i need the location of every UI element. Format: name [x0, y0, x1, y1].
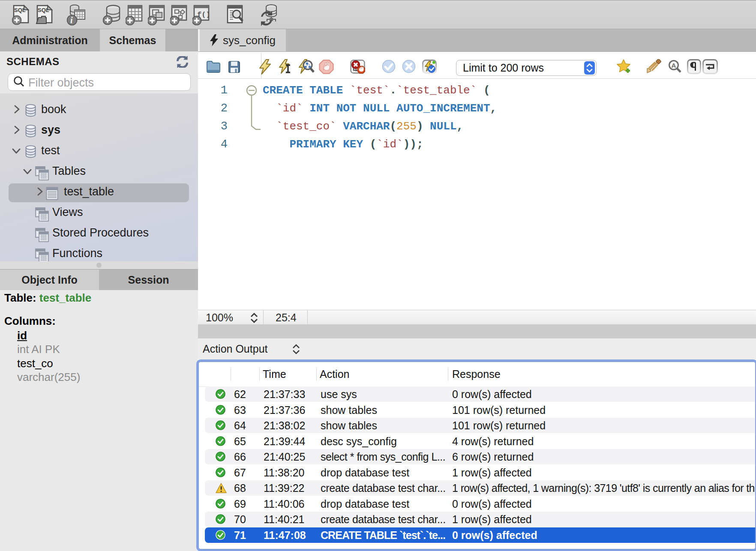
- svg-text:i: i: [70, 15, 73, 25]
- svg-text:SQL: SQL: [38, 7, 49, 13]
- svg-text:A: A: [672, 62, 676, 69]
- svg-text:SQL: SQL: [14, 7, 26, 13]
